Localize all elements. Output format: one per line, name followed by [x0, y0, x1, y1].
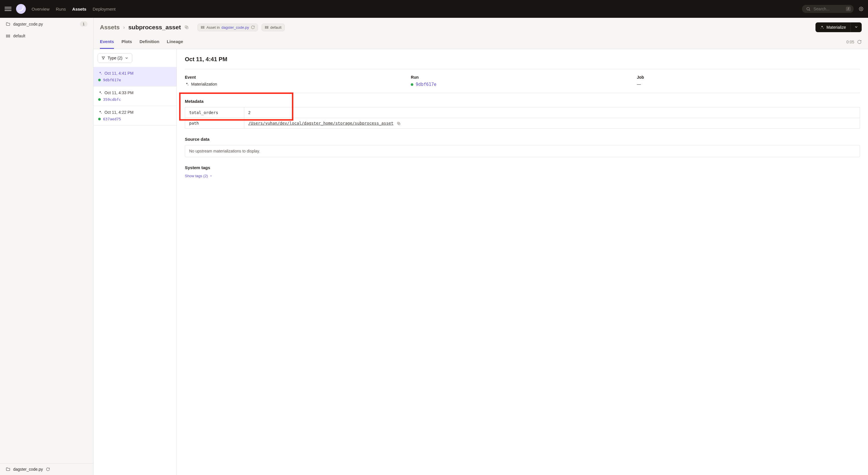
svg-rect-14 [267, 26, 268, 27]
svg-rect-4 [8, 35, 10, 36]
svg-rect-15 [265, 28, 266, 28]
caret-down-icon [210, 175, 212, 177]
settings-button[interactable] [859, 7, 863, 11]
status-dot-icon [411, 83, 413, 86]
job-value: — [637, 82, 860, 86]
show-tags-link[interactable]: Show tags (2) [185, 174, 212, 178]
metadata-key: total_orders [185, 108, 244, 118]
default-tag-label: default [270, 25, 282, 30]
main: Assets › subprocess_asset Asset in dagst… [94, 18, 868, 475]
sidebar-file-label: dagster_code.py [13, 22, 43, 26]
metadata-label: Metadata [185, 99, 860, 104]
nav-assets[interactable]: Assets [72, 7, 86, 11]
gear-icon [859, 7, 863, 11]
filter-icon [101, 56, 105, 60]
tab-definition[interactable]: Definition [140, 35, 159, 49]
event-value: Materialization [191, 82, 217, 86]
event-run-id[interactable]: 359cdbfc [103, 97, 121, 102]
copy-icon[interactable] [184, 25, 189, 30]
sidebar: dagster_code.py 1 default dagster_code.p… [0, 18, 94, 475]
status-dot-icon [98, 98, 101, 101]
sparkle-icon [820, 25, 824, 29]
default-group-tag[interactable]: default [261, 24, 285, 31]
asset-in-label: Asset in [206, 25, 220, 30]
status-dot-icon [98, 79, 101, 81]
search-kbd: / [846, 7, 851, 11]
folder-icon [6, 467, 10, 472]
tab-lineage[interactable]: Lineage [167, 35, 183, 49]
svg-rect-5 [6, 36, 8, 37]
run-label: Run [411, 75, 634, 80]
tab-events[interactable]: Events [100, 35, 114, 49]
table-row: total_orders 2 [185, 108, 860, 118]
svg-rect-11 [201, 28, 203, 28]
materialize-dropdown-button[interactable] [850, 22, 862, 32]
search-input[interactable] [813, 7, 843, 11]
svg-rect-13 [265, 26, 266, 27]
tab-plots[interactable]: Plots [121, 35, 132, 49]
table-row: path /Users/yuhan/dev/local/dagster_home… [185, 118, 860, 129]
events-list: Type (2) Oct 11, 4:41 PM 9dbf617e [94, 49, 177, 475]
svg-rect-16 [267, 28, 268, 28]
svg-rect-12 [203, 28, 204, 28]
event-label: Event [185, 75, 408, 80]
chevron-right-icon: › [123, 24, 125, 30]
source-data-box: No upstream materializations to display. [185, 145, 860, 157]
sparkle-icon [98, 91, 102, 95]
sparkle-icon [185, 82, 189, 86]
metadata-value: 2 [244, 108, 860, 118]
asset-in-tag[interactable]: Asset in dagster_code.py [197, 24, 258, 31]
svg-line-1 [809, 10, 810, 11]
sidebar-item-file[interactable]: dagster_code.py 1 [0, 18, 93, 30]
menu-icon[interactable] [5, 5, 11, 12]
svg-point-2 [861, 8, 862, 9]
detail-title: Oct 11, 4:41 PM [185, 56, 860, 63]
refresh-icon[interactable] [857, 40, 862, 44]
event-time-label: Oct 11, 4:22 PM [104, 110, 133, 115]
nav-runs[interactable]: Runs [56, 7, 66, 11]
materialize-button[interactable]: Materialize [815, 22, 850, 32]
nav-overview[interactable]: Overview [32, 7, 50, 11]
svg-point-0 [807, 7, 809, 10]
tabs: Events Plots Definition Lineage 0:05 [94, 35, 868, 49]
metadata-section: Metadata total_orders 2 path /Users/yuha… [185, 99, 860, 129]
folder-icon [6, 22, 10, 26]
group-icon [265, 25, 269, 29]
search-icon [806, 7, 811, 11]
event-time-label: Oct 11, 4:33 PM [104, 90, 133, 95]
metadata-key: path [185, 118, 244, 129]
event-time-label: Oct 11, 4:41 PM [104, 71, 133, 76]
sidebar-footer[interactable]: dagster_code.py [0, 463, 93, 475]
refresh-icon[interactable] [46, 467, 50, 471]
copy-icon[interactable] [397, 121, 401, 125]
chevron-down-icon [854, 25, 858, 29]
system-tags-label: System tags [185, 165, 860, 170]
event-item[interactable]: Oct 11, 4:41 PM 9dbf617e [94, 67, 177, 86]
sidebar-item-default[interactable]: default [0, 30, 93, 42]
run-link[interactable]: 9dbf617e [415, 82, 436, 87]
nav-deployment[interactable]: Deployment [93, 7, 116, 11]
svg-rect-10 [203, 26, 204, 27]
breadcrumb-root[interactable]: Assets [100, 24, 120, 31]
event-run-id[interactable]: 9dbf617e [103, 78, 121, 82]
metadata-path-link[interactable]: /Users/yuhan/dev/local/dagster_home/stor… [248, 121, 394, 125]
metadata-table: total_orders 2 path /Users/yuhan/dev/loc… [185, 107, 860, 129]
breadcrumb-current: subprocess_asset [128, 24, 181, 31]
type-filter-button[interactable]: Type (2) [98, 53, 132, 63]
job-label: Job [637, 75, 860, 80]
event-run-id[interactable]: 637aed75 [103, 117, 121, 121]
event-item[interactable]: Oct 11, 4:33 PM 359cdbfc [94, 86, 177, 106]
sparkle-icon [98, 110, 102, 114]
chevron-down-icon [125, 56, 129, 60]
search-box[interactable]: / [802, 5, 854, 13]
breadcrumb: Assets › subprocess_asset Asset in dagst… [94, 18, 868, 35]
status-dot-icon [98, 118, 101, 120]
refresh-icon[interactable] [251, 25, 255, 29]
event-item[interactable]: Oct 11, 4:22 PM 637aed75 [94, 106, 177, 125]
group-icon [6, 34, 10, 38]
logo[interactable] [16, 4, 26, 14]
metadata-value-cell: /Users/yuhan/dev/local/dagster_home/stor… [244, 118, 860, 129]
asset-in-link[interactable]: dagster_code.py [221, 25, 249, 30]
source-data-label: Source data [185, 137, 860, 142]
sidebar-file-count: 1 [80, 21, 88, 27]
